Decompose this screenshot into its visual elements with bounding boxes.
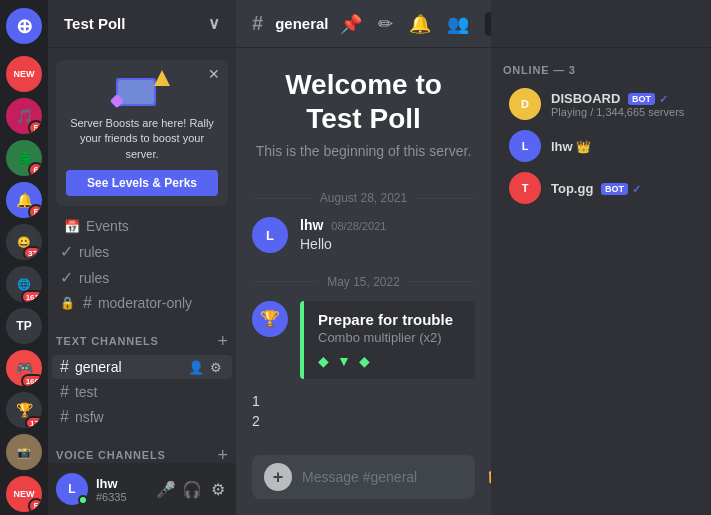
add-channel-icon[interactable]: + [217,332,228,350]
add-attachment-button[interactable]: + [264,463,292,491]
message-row: L lhw 08/28/2021 Hello [252,217,475,255]
sidebar-item-nsfw[interactable]: # nsfw [52,405,232,429]
online-section: ONLINE — 3 D DISBOARD BOT ✓ Playing / 1,… [491,48,711,218]
server-icon-new[interactable]: NEW [6,56,42,92]
avatar: L [252,217,288,253]
calendar-icon: 📅 [64,219,80,234]
server-icon-home[interactable]: ⊕ [6,8,42,44]
pin-icon[interactable]: 📌 [340,13,362,35]
user-avatar-wrap: L [56,473,88,505]
add-user-icon[interactable]: 👤 [188,359,204,375]
pencil-icon[interactable]: ✏ [378,13,393,35]
member-info: Top.gg BOT ✓ [551,181,693,196]
poll-option-2: 2 [252,411,475,431]
bot-card-title: Prepare for trouble [318,311,461,328]
sidebar-item-rules-2[interactable]: ✓ rules [52,265,232,290]
bot-card-icons: ◆ ▼ ◆ [318,353,461,369]
chat-input-area: + 🎁 GIF 🗒 😊 [236,447,491,515]
right-sidebar: ONLINE — 3 D DISBOARD BOT ✓ Playing / 1,… [491,0,711,515]
settings-icon[interactable]: ⚙ [208,359,224,375]
server-list: ⊕ NEW 🎵 5 🌲 6 🔔 5 😀 37 🌐 161 TP 🎮 166 [0,0,48,515]
channel-actions: 👤 ⚙ [188,359,224,375]
message-text: Hello [300,235,475,255]
headphones-icon[interactable]: 🎧 [182,479,202,499]
member-name: Top.gg BOT ✓ [551,181,693,196]
user-tag: #6335 [96,491,148,503]
server-icon-bell[interactable]: 🔔 5 [6,182,42,218]
settings-icon[interactable]: ⚙ [208,479,228,499]
diamond-left-icon: ◆ [318,353,329,369]
poll-options: 1 2 [252,391,475,431]
bot-message-card: Prepare for trouble Combo multiplier (x2… [300,301,475,379]
message-header: lhw 08/28/2021 [300,217,475,233]
avatar: L [509,130,541,162]
server-icon-photo[interactable]: 📸 [6,434,42,470]
channel-name-nsfw: nsfw [75,409,224,425]
add-voice-channel-icon[interactable]: + [217,446,228,463]
chat-content: Welcome to Test Poll This is the beginni… [236,48,491,447]
category-label: TEXT CHANNELS [56,335,159,347]
sidebar-item-moderator-only[interactable]: 🔒 # moderator-only [52,291,232,315]
server-icon-161[interactable]: 🌐 161 [6,266,42,302]
right-sidebar-header [491,0,711,48]
welcome-title: Welcome to Test Poll [256,68,472,135]
member-row-lhw[interactable]: L lhw 👑 [503,126,699,166]
poll-option-1: 1 [252,391,475,411]
verified-icon: ✓ [632,183,641,195]
verified-icon: ✓ [659,93,668,105]
see-levels-perks-button[interactable]: See Levels & Perks [66,170,218,196]
notification-icon[interactable]: 🔔 [409,13,431,35]
member-row-topgg[interactable]: T Top.gg BOT ✓ [503,168,699,208]
sidebar-item-general[interactable]: # general 👤 ⚙ [52,355,232,379]
member-name: lhw 👑 [551,139,693,154]
main-chat: # general 📌 ✏ 🔔 👥 🔍 🖥 ? Welcome to Test … [236,0,491,515]
chat-header: # general 📌 ✏ 🔔 👥 🔍 🖥 ? [236,0,491,48]
channel-list: ✕ Server Boosts are here! Rally your fri… [48,48,236,463]
user-status-dot [78,495,88,505]
message-input[interactable] [302,469,477,485]
server-icon-166[interactable]: 🎮 166 [6,350,42,386]
people-icon[interactable]: 👥 [447,13,469,35]
chevron-down-icon: ∨ [208,14,220,33]
server-name-header[interactable]: Test Poll ∨ [48,0,236,48]
boost-text: Server Boosts are here! Rally your frien… [66,116,218,162]
date-divider-august: August 28, 2021 [252,191,475,205]
chat-channel-name: general [275,15,328,32]
member-status: Playing / 1,344,665 servers [551,106,693,118]
user-controls: 🎤 🎧 ⚙ [156,479,228,499]
bot-card-subtitle: Combo multiplier (x2) [318,330,461,345]
hash-icon: # [83,294,92,312]
channel-hash-icon: # [252,12,263,35]
channel-name-test: test [75,384,224,400]
date-divider-may: May 15, 2022 [252,275,475,289]
server-icon-17[interactable]: 🏆 17 [6,392,42,428]
username: lhw [96,476,148,491]
server-icon-new2[interactable]: NEW 5 [6,476,42,512]
boost-illustration [112,70,172,110]
sidebar-item-rules-1[interactable]: ✓ rules [52,239,232,264]
message-timestamp: 08/28/2021 [331,220,386,232]
microphone-icon[interactable]: 🎤 [156,479,176,499]
close-icon[interactable]: ✕ [208,66,220,82]
sidebar-item-test[interactable]: # test [52,380,232,404]
member-row-disboard[interactable]: D DISBOARD BOT ✓ Playing / 1,344,665 ser… [503,84,699,124]
member-name: DISBOARD BOT ✓ [551,91,693,106]
server-icon-test-poll[interactable]: TP [6,308,42,344]
server-icon-star[interactable]: 😀 37 [6,224,42,260]
server-icon-love[interactable]: 🎵 5 [6,98,42,134]
bot-badge: BOT [628,93,655,105]
arrow-up-icon [154,70,170,86]
messages-container: L lhw 08/28/2021 Hello [252,217,475,263]
bot-badge: BOT [601,183,628,195]
crown-icon: 👑 [576,140,591,154]
welcome-subtitle: This is the beginning of this server. [256,143,472,159]
message-author: lhw [300,217,323,233]
voice-category-label: VOICE CHANNELS [56,449,166,461]
text-channels-category: TEXT CHANNELS + [48,316,236,354]
channel-sidebar: Test Poll ∨ ✕ Server Boosts are here! Ra… [48,0,236,515]
server-icon-tree[interactable]: 🌲 6 [6,140,42,176]
sidebar-item-events[interactable]: 📅 Events [52,214,232,238]
lock-icon: 🔒 [60,296,75,310]
checkmark-icon: ✓ [60,268,73,287]
boost-banner: ✕ Server Boosts are here! Rally your fri… [56,60,228,206]
